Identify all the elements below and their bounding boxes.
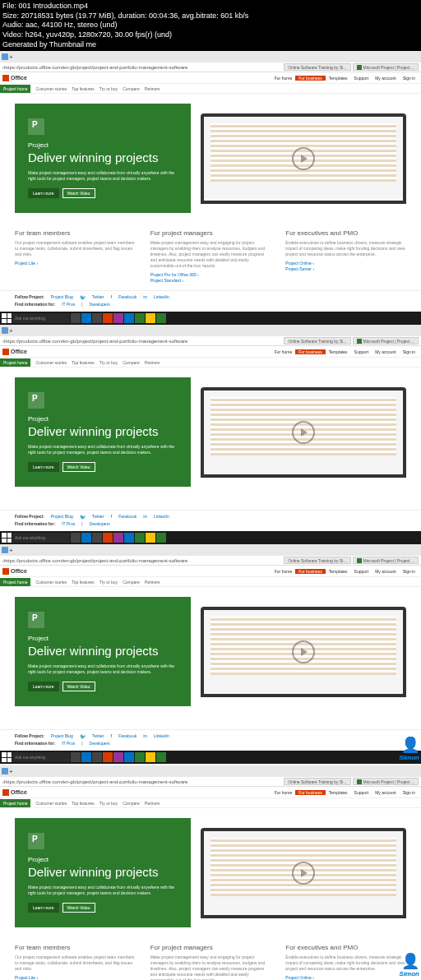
nav-templates[interactable]: Templates bbox=[326, 76, 351, 81]
product-link[interactable]: Project Online bbox=[285, 261, 406, 266]
nav-for-home[interactable]: For home bbox=[271, 790, 295, 795]
office-brand[interactable]: Office bbox=[11, 349, 27, 354]
follow-blog-link[interactable]: Project Blog bbox=[51, 514, 73, 520]
play-icon[interactable] bbox=[292, 421, 315, 444]
itpros-link[interactable]: IT Pros bbox=[62, 521, 75, 526]
taskbar-app-icon[interactable] bbox=[146, 313, 155, 323]
subnav-try[interactable]: Try or buy bbox=[99, 580, 118, 585]
taskbar-app-icon[interactable] bbox=[156, 752, 166, 762]
taskbar-app-icon[interactable] bbox=[103, 313, 113, 323]
taskbar-app-icon[interactable] bbox=[92, 313, 102, 323]
nav-account[interactable]: My account bbox=[372, 76, 400, 81]
subnav-stories[interactable]: Customer stories bbox=[35, 360, 67, 365]
taskbar-app-icon[interactable] bbox=[124, 533, 134, 543]
twitter-icon[interactable]: 🐦 bbox=[80, 514, 86, 520]
taskbar-app-icon[interactable] bbox=[124, 313, 134, 323]
taskbar-app-icon[interactable] bbox=[156, 533, 166, 543]
new-tab-icon[interactable]: + bbox=[9, 768, 13, 775]
learn-more-button[interactable]: Learn more bbox=[28, 188, 59, 198]
browser-tab[interactable]: Online Software Training by Si... bbox=[284, 63, 350, 71]
nav-signin[interactable]: Sign in bbox=[400, 790, 419, 795]
nav-for-business[interactable]: For business bbox=[295, 790, 326, 795]
product-link[interactable]: Project Server bbox=[285, 266, 406, 271]
nav-templates[interactable]: Templates bbox=[326, 790, 351, 795]
developers-link[interactable]: Developers bbox=[90, 521, 110, 526]
new-tab-icon[interactable]: + bbox=[9, 327, 13, 335]
taskbar-app-icon[interactable] bbox=[103, 752, 113, 762]
taskbar-app-icon[interactable] bbox=[71, 752, 81, 762]
subnav-try[interactable]: Try or buy bbox=[99, 360, 118, 365]
browser-tab[interactable]: Microsoft Project | Project ... bbox=[353, 63, 419, 71]
taskbar-app-icon[interactable] bbox=[146, 533, 155, 543]
subnav-partners[interactable]: Partners bbox=[145, 801, 160, 806]
twitter-icon[interactable]: 🐦 bbox=[80, 733, 86, 739]
nav-account[interactable]: My account bbox=[372, 569, 400, 574]
taskbar-app-icon[interactable] bbox=[71, 313, 81, 323]
subnav-features[interactable]: Top features bbox=[72, 801, 95, 806]
nav-for-business[interactable]: For business bbox=[295, 569, 326, 574]
nav-signin[interactable]: Sign in bbox=[400, 569, 419, 574]
new-tab-icon[interactable]: + bbox=[9, 53, 13, 61]
subnav-features[interactable]: Top features bbox=[72, 360, 95, 365]
taskbar-app-icon[interactable] bbox=[103, 533, 113, 543]
new-tab-icon[interactable]: + bbox=[9, 547, 13, 554]
developers-link[interactable]: Developers bbox=[90, 741, 110, 746]
watch-video-button[interactable]: Watch Video bbox=[62, 903, 95, 913]
subnav-compare[interactable]: Compare bbox=[123, 580, 140, 585]
nav-signin[interactable]: Sign in bbox=[400, 76, 419, 81]
address-bar[interactable]: ‹ https://products.office.com/en-gb/proj… bbox=[0, 336, 421, 346]
taskbar-app-icon[interactable] bbox=[81, 313, 91, 323]
address-bar[interactable]: ‹ https://products.office.com/en-gb/proj… bbox=[0, 777, 421, 787]
nav-signin[interactable]: Sign in bbox=[400, 349, 419, 354]
taskbar-app-icon[interactable] bbox=[113, 313, 123, 323]
product-link[interactable]: Project Standard bbox=[150, 278, 271, 283]
taskbar-app-icon[interactable] bbox=[135, 752, 145, 762]
product-link[interactable]: Project Lite bbox=[15, 975, 136, 980]
learn-more-button[interactable]: Learn more bbox=[28, 462, 59, 472]
nav-support[interactable]: Support bbox=[351, 790, 372, 795]
twitter-icon[interactable]: 🐦 bbox=[80, 294, 86, 300]
taskbar-search[interactable]: Ask me anything bbox=[12, 313, 70, 323]
watch-video-button[interactable]: Watch Video bbox=[62, 462, 95, 472]
subnav-try[interactable]: Try or buy bbox=[99, 86, 118, 91]
taskbar-app-icon[interactable] bbox=[135, 533, 145, 543]
nav-support[interactable]: Support bbox=[351, 349, 372, 354]
nav-for-business[interactable]: For business bbox=[295, 76, 326, 81]
facebook-icon[interactable]: f bbox=[111, 733, 113, 739]
linkedin-icon[interactable]: in bbox=[143, 294, 147, 300]
facebook-icon[interactable]: f bbox=[111, 294, 113, 300]
follow-blog-link[interactable]: Project Blog bbox=[51, 733, 73, 739]
nav-for-home[interactable]: For home bbox=[271, 349, 295, 354]
nav-for-home[interactable]: For home bbox=[271, 76, 295, 81]
taskbar-app-icon[interactable] bbox=[135, 313, 145, 323]
start-button-icon[interactable] bbox=[2, 752, 12, 762]
product-link[interactable]: Project Lite bbox=[15, 261, 136, 266]
subnav-partners[interactable]: Partners bbox=[145, 360, 160, 365]
browser-tab[interactable]: Microsoft Project | Project ... bbox=[353, 778, 419, 785]
play-icon[interactable] bbox=[292, 862, 315, 885]
nav-support[interactable]: Support bbox=[351, 569, 372, 574]
subnav-partners[interactable]: Partners bbox=[145, 580, 160, 585]
subnav-partners[interactable]: Partners bbox=[145, 86, 160, 91]
learn-more-button[interactable]: Learn more bbox=[28, 682, 59, 691]
browser-tab[interactable]: Microsoft Project | Project ... bbox=[353, 337, 419, 344]
nav-templates[interactable]: Templates bbox=[326, 349, 351, 354]
learn-more-button[interactable]: Learn more bbox=[28, 903, 59, 913]
follow-blog-link[interactable]: Project Blog bbox=[51, 294, 73, 300]
windows-taskbar[interactable]: Ask me anything bbox=[0, 531, 421, 544]
subnav-compare[interactable]: Compare bbox=[123, 360, 140, 365]
taskbar-app-icon[interactable] bbox=[81, 752, 91, 762]
developers-link[interactable]: Developers bbox=[90, 302, 110, 307]
product-link[interactable]: Project Pro for Office 365 bbox=[150, 272, 271, 277]
taskbar-app-icon[interactable] bbox=[124, 752, 134, 762]
taskbar-app-icon[interactable] bbox=[146, 752, 155, 762]
taskbar-app-icon[interactable] bbox=[156, 313, 166, 323]
linkedin-icon[interactable]: in bbox=[143, 733, 147, 739]
watch-video-button[interactable]: Watch Video bbox=[62, 682, 95, 691]
subnav-home[interactable]: Project home bbox=[0, 85, 30, 93]
taskbar-search[interactable]: Ask me anything bbox=[12, 533, 70, 543]
windows-taskbar[interactable]: Ask me anything bbox=[0, 751, 421, 764]
browser-tab[interactable]: Online Software Training by Si... bbox=[284, 778, 350, 785]
play-icon[interactable] bbox=[292, 640, 315, 663]
browser-tab[interactable]: Online Software Training by Si... bbox=[284, 337, 350, 344]
